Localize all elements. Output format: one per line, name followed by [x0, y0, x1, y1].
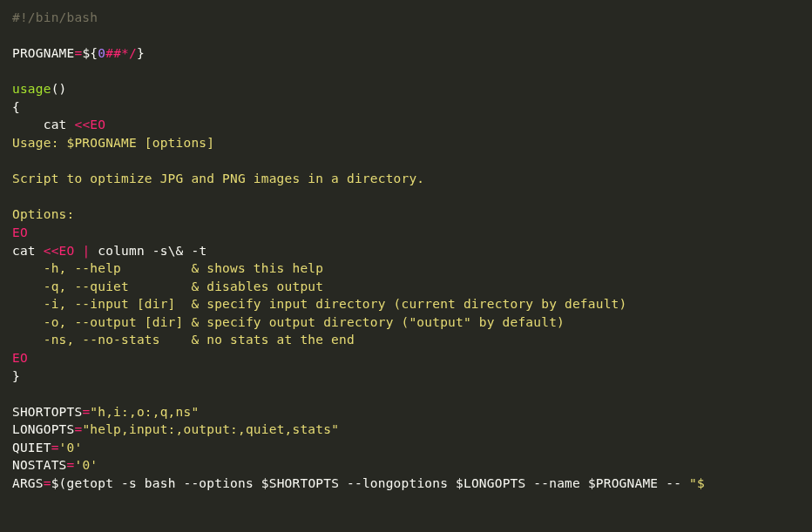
code-token: -q, --quiet & disables output: [12, 279, 323, 293]
code-token: QUIET: [12, 441, 51, 455]
code-token: $(: [51, 476, 67, 490]
code-token: =: [82, 405, 90, 419]
code-token: Options:: [12, 207, 74, 221]
code-token: ##*/: [105, 46, 137, 60]
code-token: }: [12, 369, 20, 383]
code-token: "$: [689, 476, 705, 490]
code-token: '0': [59, 441, 83, 455]
code-token: cat: [12, 244, 44, 258]
code-token: <<: [44, 244, 59, 258]
code-token: $PROGNAME: [588, 476, 658, 490]
code-token: <<: [74, 118, 90, 131]
code-token: EO: [90, 118, 105, 131]
code-token: "help,input:,output:,quiet,stats": [82, 422, 339, 436]
code-token: cat: [12, 118, 74, 131]
code-token: NOSTATS: [12, 458, 67, 472]
code-token: -o, --output [dir] & specify output dire…: [12, 315, 565, 329]
code-token: -h, --help & shows this help: [12, 261, 323, 275]
code-token: =: [44, 476, 51, 490]
code-token: =: [51, 441, 59, 455]
code-token: --: [658, 476, 689, 490]
code-token: EO: [12, 351, 28, 365]
code-token: ARGS: [12, 476, 44, 490]
code-token: EO: [12, 226, 28, 239]
code-token: {: [12, 100, 20, 114]
code-token: (): [51, 82, 67, 96]
code-token: -ns, --no-stats & no stats at the end: [12, 333, 355, 347]
code-token: column -s\& -t: [90, 244, 206, 258]
code-token: EO: [59, 244, 75, 258]
code-token: --name: [525, 476, 587, 490]
code-token: getopt -s bash --options: [67, 476, 261, 490]
code-token: '0': [74, 458, 98, 472]
code-token: $LONGOPTS: [456, 476, 525, 490]
code-token: --longoptions: [339, 476, 456, 490]
code-token: LONGOPTS: [12, 422, 74, 436]
code-token: SHORTOPTS: [12, 405, 82, 419]
code-token: ${: [82, 46, 98, 60]
code-token: usage: [12, 82, 51, 96]
code-token: -i, --input [dir] & specify input direct…: [12, 297, 626, 311]
code-token: 0: [98, 46, 105, 60]
code-token: }: [137, 46, 145, 60]
code-token: Usage: $PROGNAME [options]: [12, 136, 214, 150]
code-token: #!/bin/bash: [12, 10, 98, 24]
code-token: Script to optimize JPG and PNG images in…: [12, 172, 424, 185]
code-token: $SHORTOPTS: [261, 476, 339, 490]
code-token: PROGNAME: [12, 46, 74, 60]
code-block: #!/bin/bash PROGNAME=${0##*/} usage() { …: [0, 0, 812, 502]
code-token: "h,i:,o:,q,ns": [90, 405, 199, 419]
